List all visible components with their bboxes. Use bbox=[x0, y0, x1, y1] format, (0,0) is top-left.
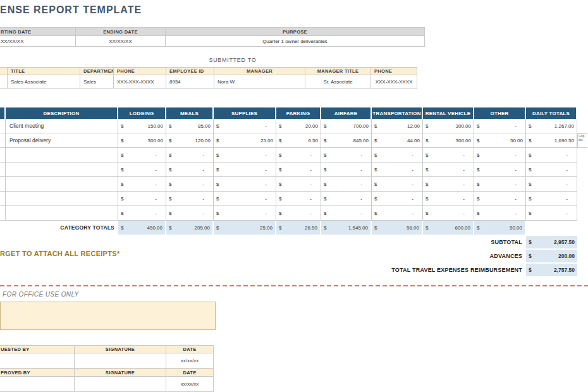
approved-signature-input[interactable] bbox=[75, 377, 166, 392]
expense-amount-cell[interactable]: $300.00 bbox=[118, 133, 166, 148]
ending-date-value[interactable]: XX/XX/XX bbox=[76, 36, 166, 47]
approved-by-input[interactable] bbox=[0, 377, 75, 392]
purpose-value[interactable]: Quarter 1 owner deliverables bbox=[166, 36, 425, 47]
expense-date-cell[interactable] bbox=[0, 119, 6, 133]
expense-amount-cell[interactable]: $- bbox=[118, 148, 166, 162]
expense-description-cell[interactable] bbox=[6, 192, 118, 206]
expense-amount-cell[interactable]: $- bbox=[474, 177, 526, 192]
expense-amount-cell[interactable]: $- bbox=[214, 148, 276, 162]
expense-amount-cell[interactable]: $- bbox=[166, 148, 214, 162]
expense-amount-cell[interactable]: $- bbox=[474, 162, 526, 177]
expense-description-cell[interactable] bbox=[6, 162, 118, 177]
expense-description-cell[interactable]: Client meeting bbox=[6, 119, 118, 133]
expense-description-cell[interactable] bbox=[6, 148, 118, 162]
expense-amount-cell[interactable]: $- bbox=[214, 177, 276, 192]
expense-amount-cell[interactable]: $- bbox=[526, 162, 577, 177]
expense-amount-cell[interactable]: $120.00 bbox=[166, 133, 214, 148]
expense-amount-cell[interactable]: $- bbox=[214, 206, 276, 221]
expense-amount-cell[interactable]: $300.00 bbox=[423, 133, 474, 148]
expense-amount-cell[interactable]: $300.00 bbox=[423, 119, 474, 133]
expense-date-cell[interactable] bbox=[0, 148, 6, 162]
expense-amount-cell[interactable]: $- bbox=[423, 162, 474, 177]
expense-amount-cell[interactable]: $600.00 bbox=[423, 221, 474, 235]
expense-amount-cell[interactable]: $- bbox=[276, 206, 321, 221]
expense-amount-cell[interactable]: $450.00 bbox=[118, 221, 166, 235]
expense-amount-cell[interactable]: $- bbox=[166, 206, 214, 221]
expense-amount-cell[interactable]: $- bbox=[526, 148, 577, 162]
expense-amount-cell[interactable]: $6.50 bbox=[276, 133, 321, 148]
office-use-input-box[interactable] bbox=[0, 302, 216, 330]
expense-amount-cell[interactable]: $26.50 bbox=[276, 221, 321, 235]
expense-amount-cell[interactable]: $- bbox=[166, 177, 214, 192]
expense-amount-cell[interactable]: $- bbox=[118, 177, 166, 192]
manager-phone-value[interactable]: XXX-XXX-XXXX bbox=[371, 75, 417, 89]
expense-date-cell[interactable] bbox=[0, 177, 6, 192]
expense-amount-cell[interactable]: $- bbox=[526, 177, 577, 192]
expense-amount-cell[interactable]: $700.00 bbox=[321, 119, 372, 133]
expense-amount-cell[interactable]: $- bbox=[276, 192, 321, 206]
name-value-sliver[interactable] bbox=[0, 75, 8, 89]
expense-amount-cell[interactable]: $- bbox=[118, 192, 166, 206]
advances-value-cell[interactable]: $ 200.00 bbox=[526, 250, 577, 262]
expense-amount-cell[interactable]: $- bbox=[321, 162, 372, 177]
expense-description-cell[interactable] bbox=[6, 177, 118, 192]
expense-amount-cell[interactable]: $- bbox=[423, 177, 474, 192]
expense-date-cell[interactable] bbox=[0, 206, 6, 221]
department-value[interactable]: Sales bbox=[80, 75, 114, 89]
expense-amount-cell[interactable]: $- bbox=[214, 192, 276, 206]
expense-amount-cell[interactable]: $- bbox=[423, 148, 474, 162]
expense-amount-cell[interactable]: $- bbox=[276, 162, 321, 177]
expense-date-cell[interactable] bbox=[0, 192, 6, 206]
expense-amount-cell[interactable]: $1,690.50 bbox=[526, 133, 577, 148]
total-reimbursement-value-cell[interactable]: $ 2,757.50 bbox=[526, 264, 577, 276]
expense-amount-cell[interactable]: $- bbox=[474, 119, 526, 133]
expense-amount-cell[interactable]: $- bbox=[474, 206, 526, 221]
requested-signature-input[interactable] bbox=[75, 353, 166, 369]
expense-amount-cell[interactable]: $- bbox=[276, 177, 321, 192]
expense-amount-cell[interactable]: $- bbox=[276, 148, 321, 162]
requested-date-value[interactable]: xx/xx/xx bbox=[166, 353, 214, 369]
manager-value[interactable]: Nora W. bbox=[214, 75, 305, 89]
expense-amount-cell[interactable]: $- bbox=[372, 148, 423, 162]
expense-description-cell[interactable] bbox=[6, 206, 118, 221]
expense-amount-cell[interactable]: $- bbox=[166, 192, 214, 206]
expense-amount-cell[interactable]: $12.00 bbox=[372, 119, 423, 133]
expense-amount-cell[interactable]: $150.00 bbox=[118, 119, 166, 133]
expense-amount-cell[interactable]: $- bbox=[423, 206, 474, 221]
expense-amount-cell[interactable]: $- bbox=[321, 206, 372, 221]
expense-amount-cell[interactable]: $- bbox=[372, 192, 423, 206]
expense-amount-cell[interactable]: $- bbox=[526, 206, 577, 221]
expense-amount-cell[interactable]: $- bbox=[214, 162, 276, 177]
expense-amount-cell[interactable]: $85.00 bbox=[166, 119, 214, 133]
expense-amount-cell[interactable]: $56.00 bbox=[372, 221, 423, 235]
manager-title-value[interactable]: Sr. Associate bbox=[305, 75, 371, 89]
expense-amount-cell[interactable]: $1,545.00 bbox=[321, 221, 372, 235]
expense-amount-cell[interactable]: $205.00 bbox=[166, 221, 214, 235]
expense-amount-cell[interactable]: $- bbox=[166, 162, 214, 177]
subtotal-value-cell[interactable]: $ 2,957.50 bbox=[526, 236, 577, 248]
expense-amount-cell[interactable]: $- bbox=[372, 206, 423, 221]
expense-amount-cell[interactable]: $50.00 bbox=[474, 221, 526, 235]
expense-amount-cell[interactable]: $20.00 bbox=[276, 119, 321, 133]
expense-amount-cell[interactable]: $25.00 bbox=[214, 133, 276, 148]
expense-amount-cell[interactable]: $- bbox=[372, 177, 423, 192]
expense-amount-cell[interactable]: $- bbox=[474, 192, 526, 206]
expense-date-cell[interactable] bbox=[0, 162, 6, 177]
expense-amount-cell[interactable]: $- bbox=[214, 119, 276, 133]
expense-amount-cell[interactable]: $- bbox=[526, 192, 577, 206]
phone-value[interactable]: XXX-XXX-XXXX bbox=[114, 75, 166, 89]
expense-amount-cell[interactable]: $- bbox=[474, 148, 526, 162]
expense-amount-cell[interactable]: $- bbox=[372, 162, 423, 177]
expense-amount-cell[interactable]: $- bbox=[321, 177, 372, 192]
expense-amount-cell[interactable]: $- bbox=[321, 192, 372, 206]
expense-date-cell[interactable] bbox=[0, 133, 6, 148]
expense-amount-cell[interactable]: $25.00 bbox=[214, 221, 276, 235]
expense-amount-cell[interactable]: $1,267.00 bbox=[526, 119, 577, 133]
expense-amount-cell[interactable]: $- bbox=[423, 192, 474, 206]
expense-description-cell[interactable]: Proposal delivery bbox=[6, 133, 118, 148]
starting-date-value[interactable]: XX/XX/XX bbox=[0, 36, 76, 47]
title-value[interactable]: Sales Associate bbox=[8, 75, 80, 89]
expense-amount-cell[interactable]: $44.00 bbox=[372, 133, 423, 148]
approved-date-value[interactable]: xx/xx/xx bbox=[166, 377, 214, 392]
expense-amount-cell[interactable]: $50.00 bbox=[474, 133, 526, 148]
